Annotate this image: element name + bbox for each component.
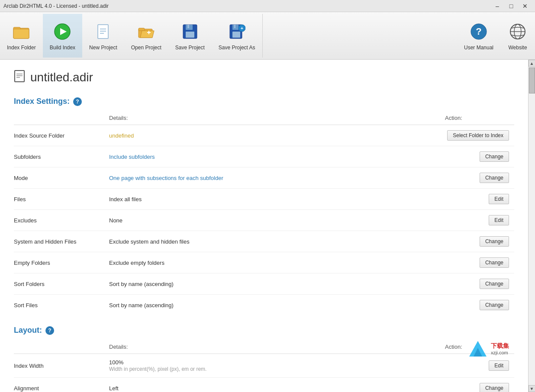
- action-btn-change[interactable]: Change: [480, 257, 509, 268]
- close-button[interactable]: ✕: [519, 2, 532, 10]
- scrollbar-thumb[interactable]: [529, 67, 535, 93]
- row-action: Select Folder to Index: [445, 125, 514, 146]
- index-settings-row: System and Hidden Files Exclude system a…: [14, 231, 514, 252]
- index-folder-button[interactable]: Index Folder: [0, 14, 43, 58]
- row-detail: Include subfolders: [109, 146, 445, 167]
- row-action: Edit: [445, 189, 514, 210]
- new-document-icon: [93, 21, 113, 42]
- row-label: System and Hidden Files: [14, 231, 109, 252]
- row-detail: One page with subsections for each subfo…: [109, 167, 445, 189]
- index-settings-row: Empty Folders Exclude empty folders Chan…: [14, 252, 514, 273]
- index-settings-help-icon[interactable]: ?: [73, 97, 82, 106]
- action-btn-change[interactable]: Change: [480, 279, 509, 289]
- scroll-up-arrow[interactable]: ▲: [529, 60, 535, 67]
- save-project-as-label: Save Project As: [219, 45, 255, 51]
- row-detail: Left: [109, 378, 445, 392]
- index-settings-row: Subfolders Include subfolders Change: [14, 146, 514, 167]
- row-action: Change: [445, 146, 514, 167]
- save-project-as-button[interactable]: + Save Project As: [212, 14, 262, 58]
- row-action: Change: [445, 252, 514, 273]
- index-settings-row: Index Source Folder undefined Select Fol…: [14, 125, 514, 146]
- row-label: Files: [14, 189, 109, 210]
- row-label: Sort Files: [14, 295, 109, 316]
- maximize-button[interactable]: □: [505, 2, 518, 10]
- help-circle-icon: ?: [468, 21, 489, 42]
- index-settings-row: Files Index all files Edit: [14, 189, 514, 210]
- svg-rect-2: [13, 29, 29, 39]
- action-btn-layout-edit[interactable]: Edit: [489, 360, 509, 371]
- svg-rect-10: [139, 28, 145, 31]
- row-label: Sort Folders: [14, 273, 109, 295]
- action-btn-edit[interactable]: Edit: [489, 215, 509, 225]
- layout-action-col-header: Action:: [445, 340, 514, 354]
- save-project-button[interactable]: Save Project: [168, 14, 212, 58]
- row-label: Excludes: [14, 210, 109, 231]
- index-settings-table: Details: Action: Index Source Folder und…: [14, 111, 514, 315]
- document-icon: [14, 70, 25, 85]
- row-label: Subfolders: [14, 146, 109, 167]
- row-action: Edit: [445, 354, 514, 378]
- index-settings-header-row: Details: Action:: [14, 111, 514, 125]
- scrollbar[interactable]: ▲ ▼: [528, 60, 535, 392]
- save-project-label: Save Project: [175, 45, 205, 51]
- user-manual-button[interactable]: ? User Manual: [457, 14, 500, 58]
- user-manual-label: User Manual: [464, 45, 493, 51]
- action-btn-change[interactable]: Change: [480, 173, 509, 183]
- details-col-header: Details:: [109, 111, 445, 125]
- layout-table: Details: Action: Index Width 100%Width i…: [14, 340, 514, 392]
- row-detail: Exclude empty folders: [109, 252, 445, 273]
- row-label: Alignment: [14, 378, 109, 392]
- row-action: Change: [445, 231, 514, 252]
- action-btn-change[interactable]: Change: [480, 300, 509, 310]
- label-col-header: [14, 111, 109, 125]
- save-icon: [180, 21, 200, 42]
- svg-rect-5: [98, 25, 108, 39]
- row-label: Index Width: [14, 354, 109, 378]
- index-settings-row: Excludes None Edit: [14, 210, 514, 231]
- svg-rect-26: [15, 71, 24, 82]
- index-settings-header: Index Settings: ?: [14, 97, 514, 106]
- build-index-button[interactable]: Build Index: [43, 14, 82, 58]
- new-project-label: New Project: [89, 45, 117, 51]
- play-circle-icon: [52, 21, 73, 42]
- svg-rect-17: [232, 32, 240, 38]
- save-as-icon: +: [226, 21, 247, 42]
- row-label: Empty Folders: [14, 252, 109, 273]
- window-title: Arclab Dir2HTML 4.0 - Licensed - untitle…: [3, 3, 109, 9]
- row-detail: 100%Width in percent(%), pixel (px), em …: [109, 354, 445, 378]
- index-folder-label: Index Folder: [7, 45, 36, 51]
- index-settings-row: Mode One page with subsections for each …: [14, 167, 514, 189]
- row-detail: Sort by name (ascending): [109, 273, 445, 295]
- svg-text:+: +: [241, 26, 243, 31]
- website-button[interactable]: Website: [500, 14, 535, 58]
- svg-rect-13: [186, 32, 194, 38]
- window-controls: – □ ✕: [491, 2, 532, 10]
- toolbar-right-group: ? User Manual Website: [457, 14, 535, 58]
- action-btn-change[interactable]: Change: [480, 236, 509, 247]
- svg-rect-18: [234, 25, 235, 28]
- row-detail: Sort by name (ascending): [109, 295, 445, 316]
- index-settings-row: Sort Folders Sort by name (ascending) Ch…: [14, 273, 514, 295]
- action-btn-select-folder-to-index[interactable]: Select Folder to Index: [447, 130, 509, 141]
- layout-header: Layout: ?: [14, 326, 514, 335]
- open-project-button[interactable]: Open Project: [124, 14, 168, 58]
- row-action: Change: [445, 378, 514, 392]
- index-settings-title: Index Settings:: [14, 97, 70, 106]
- layout-details-col-header: Details:: [109, 340, 445, 354]
- action-btn-edit[interactable]: Edit: [489, 194, 509, 204]
- row-detail: None: [109, 210, 445, 231]
- row-detail: undefined: [109, 125, 445, 146]
- globe-icon: [507, 21, 528, 42]
- action-btn-change[interactable]: Change: [480, 151, 509, 162]
- toolbar-main-group: Index Folder Build Index New Project: [0, 14, 263, 58]
- row-action: Change: [445, 295, 514, 316]
- row-label: Index Source Folder: [14, 125, 109, 146]
- layout-help-icon[interactable]: ?: [45, 326, 54, 335]
- layout-title: Layout:: [14, 326, 42, 335]
- new-project-button[interactable]: New Project: [82, 14, 124, 58]
- scroll-down-arrow[interactable]: ▼: [529, 385, 535, 392]
- minimize-button[interactable]: –: [491, 2, 504, 10]
- action-btn-layout-change[interactable]: Change: [480, 383, 509, 392]
- row-detail: Exclude system and hidden files: [109, 231, 445, 252]
- layout-label-col-header: [14, 340, 109, 354]
